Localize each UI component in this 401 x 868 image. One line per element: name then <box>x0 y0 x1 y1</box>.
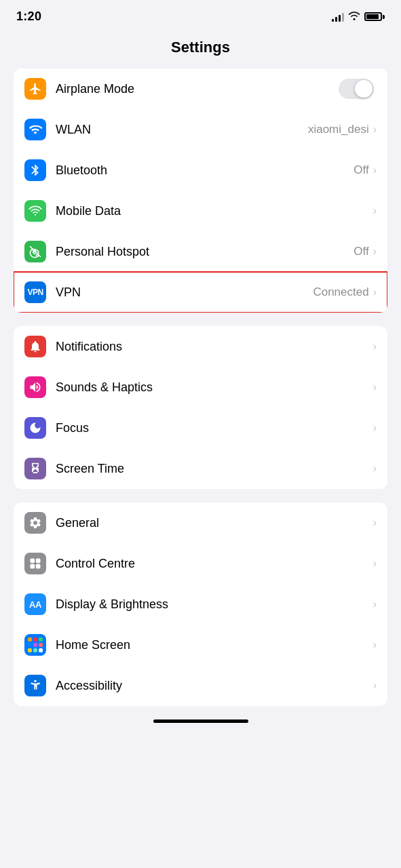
wlan-value: xiaomi_desi <box>308 123 369 136</box>
svg-rect-4 <box>31 564 35 569</box>
svg-rect-3 <box>36 559 41 564</box>
page-title: Settings <box>0 29 401 68</box>
notifications-icon <box>24 336 46 357</box>
svg-point-0 <box>35 214 36 216</box>
vpn-chevron: › <box>373 286 377 298</box>
wlan-label: WLAN <box>56 123 308 137</box>
personal-hotspot-chevron: › <box>373 245 377 258</box>
notifications-chevron: › <box>373 340 377 353</box>
personal-hotspot-icon <box>24 241 46 262</box>
wlan-icon <box>24 119 46 140</box>
status-time: 1:20 <box>16 9 41 24</box>
wlan-chevron: › <box>373 123 377 136</box>
vpn-value: Connected <box>313 285 368 299</box>
vpn-icon: VPN <box>24 281 46 303</box>
focus-label: Focus <box>56 421 373 435</box>
general-icon <box>24 512 46 534</box>
screen-time-icon <box>24 458 46 479</box>
home-screen-chevron: › <box>373 639 377 651</box>
general-chevron: › <box>373 517 377 529</box>
personal-hotspot-label: Personal Hotspot <box>56 245 354 259</box>
vpn-label: VPN <box>56 285 313 300</box>
home-screen-icon <box>24 634 46 656</box>
svg-rect-5 <box>36 564 41 569</box>
vpn-row[interactable]: VPN VPN Connected › <box>14 272 387 313</box>
mobile-data-icon <box>24 200 46 222</box>
airplane-mode-toggle[interactable] <box>339 79 374 99</box>
home-indicator <box>153 719 248 723</box>
sounds-haptics-icon <box>24 376 46 398</box>
airplane-mode-label: Airplane Mode <box>56 82 339 96</box>
focus-icon <box>24 417 46 439</box>
wlan-row[interactable]: WLAN xiaomi_desi › <box>14 109 387 150</box>
accessibility-label: Accessibility <box>56 679 373 693</box>
general-group: General › Control Centre › AA Display & … <box>14 502 387 706</box>
display-brightness-chevron: › <box>373 598 377 610</box>
general-label: General <box>56 516 373 530</box>
screen-time-chevron: › <box>373 462 377 475</box>
home-screen-row[interactable]: Home Screen › <box>14 625 387 665</box>
notifications-row[interactable]: Notifications › <box>14 326 387 367</box>
connectivity-group: Airplane Mode WLAN xiaomi_desi › Bluetoo… <box>14 68 387 313</box>
mobile-data-chevron: › <box>373 205 377 217</box>
display-brightness-icon: AA <box>24 593 46 615</box>
bluetooth-icon <box>24 159 46 181</box>
signal-icon <box>332 12 344 22</box>
home-screen-label: Home Screen <box>56 638 373 652</box>
accessibility-icon <box>24 675 46 696</box>
control-centre-label: Control Centre <box>56 557 373 571</box>
mobile-data-label: Mobile Data <box>56 204 373 218</box>
status-icons <box>332 11 385 23</box>
bluetooth-value: Off <box>354 163 368 177</box>
sounds-haptics-chevron: › <box>373 381 377 393</box>
bluetooth-label: Bluetooth <box>56 163 354 178</box>
display-brightness-row[interactable]: AA Display & Brightness › <box>14 584 387 625</box>
personal-hotspot-value: Off <box>354 245 368 258</box>
focus-chevron: › <box>373 422 377 434</box>
focus-row[interactable]: Focus › <box>14 408 387 448</box>
control-centre-row[interactable]: Control Centre › <box>14 543 387 584</box>
notifications-label: Notifications <box>56 340 373 354</box>
mobile-data-row[interactable]: Mobile Data › <box>14 191 387 231</box>
battery-icon <box>364 12 385 21</box>
airplane-mode-icon <box>24 78 46 100</box>
accessibility-chevron: › <box>373 679 377 692</box>
sounds-haptics-row[interactable]: Sounds & Haptics › <box>14 367 387 408</box>
wifi-status-icon <box>348 11 360 23</box>
general-row[interactable]: General › <box>14 502 387 543</box>
bluetooth-chevron: › <box>373 164 377 176</box>
accessibility-row[interactable]: Accessibility › <box>14 665 387 706</box>
control-centre-icon <box>24 553 46 574</box>
svg-point-6 <box>34 680 36 682</box>
screen-time-label: Screen Time <box>56 462 373 476</box>
bluetooth-row[interactable]: Bluetooth Off › <box>14 150 387 191</box>
control-centre-chevron: › <box>373 557 377 570</box>
display-brightness-label: Display & Brightness <box>56 597 373 612</box>
airplane-mode-row[interactable]: Airplane Mode <box>14 68 387 109</box>
sounds-haptics-label: Sounds & Haptics <box>56 380 373 395</box>
status-bar: 1:20 <box>0 0 401 29</box>
svg-rect-2 <box>31 559 35 564</box>
notifications-group: Notifications › Sounds & Haptics › Focus… <box>14 326 387 489</box>
screen-time-row[interactable]: Screen Time › <box>14 448 387 489</box>
personal-hotspot-row[interactable]: Personal Hotspot Off › <box>14 231 387 272</box>
